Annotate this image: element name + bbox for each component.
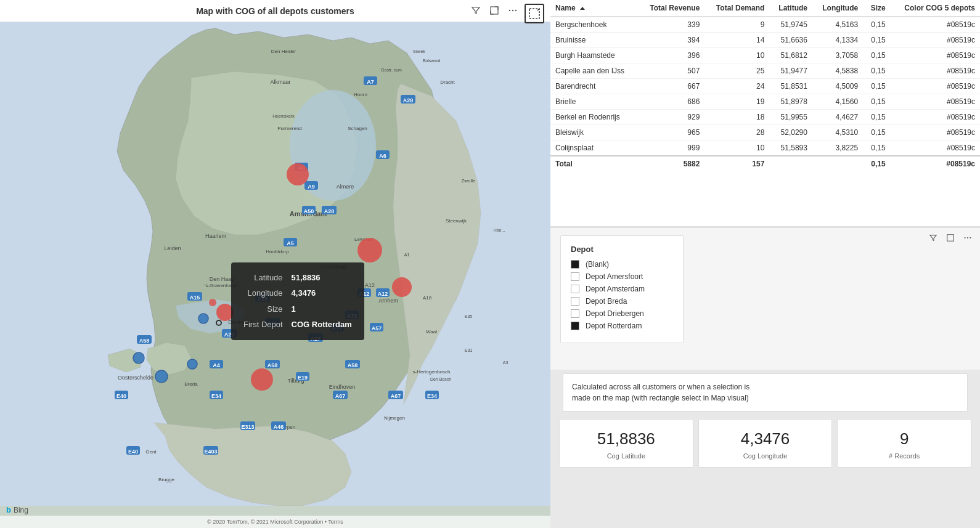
legend-item-label: Depot Breda [586, 297, 627, 306]
cell-name: Bleiswijk [550, 125, 638, 140]
svg-point-119 [133, 352, 144, 364]
col-header-lat[interactable]: Latitude [769, 0, 812, 17]
cell-revenue: 929 [638, 110, 704, 125]
svg-text:Gastr..cum: Gastr..cum [381, 68, 402, 72]
col-header-revenue[interactable]: Total Revenue [638, 0, 704, 17]
table-panel: Name Total Revenue Total Demand Latitude… [550, 0, 980, 228]
cell-revenue: 507 [638, 63, 704, 79]
col-header-color[interactable]: Color COG 5 depots [891, 0, 980, 17]
kpi-lat-value: 51,8836 [566, 429, 687, 449]
col-header-lon[interactable]: Longitude [812, 0, 863, 17]
svg-text:A1: A1 [404, 253, 410, 257]
table-row[interactable]: Capelle aan den IJss 507 25 51,9477 4,58… [550, 63, 980, 79]
legend-item[interactable]: Depot Driebergen [571, 309, 673, 318]
cell-lat: 51,6636 [769, 33, 812, 48]
tooltip-lat-value: 51,8836 [289, 270, 354, 285]
cell-demand: 25 [704, 63, 769, 79]
legend-title: Depot [571, 245, 673, 254]
svg-text:Breda: Breda [184, 381, 198, 387]
legend-item[interactable]: Depot Amersfoort [571, 272, 673, 281]
cell-color: #08519c [891, 140, 980, 156]
legend-more-button[interactable] [962, 232, 974, 244]
svg-text:Nijmegen: Nijmegen [384, 415, 405, 421]
svg-text:Leiden: Leiden [164, 245, 181, 251]
map-container[interactable]: Amsterdam Den Haag 's-Gravenhage Dordrec… [0, 22, 550, 516]
kpi-cog-lon: 4,3476 Cog Longitude [698, 419, 833, 468]
legend-toolbar [927, 232, 974, 244]
cell-revenue: 999 [638, 140, 704, 156]
svg-text:E34: E34 [211, 393, 221, 399]
cursor [216, 320, 222, 326]
more-options-button[interactable] [506, 4, 520, 17]
col-header-size[interactable]: Size [863, 0, 890, 17]
svg-text:A58: A58 [267, 362, 278, 368]
cell-lon: 4,1334 [812, 33, 863, 48]
svg-text:A15: A15 [190, 294, 200, 301]
cell-color: #08519c [891, 17, 980, 33]
col-header-name[interactable]: Name [550, 0, 638, 17]
svg-text:A7: A7 [367, 79, 374, 85]
svg-text:Haarlem: Haarlem [205, 233, 226, 239]
svg-text:E19: E19 [298, 375, 308, 381]
map-copyright: © 2020 TomTom, © 2021 Microsoft Corporat… [207, 519, 343, 525]
svg-text:A12: A12 [365, 282, 375, 288]
svg-text:Alkmaar: Alkmaar [270, 79, 290, 85]
kpi-records: 9 # Records [837, 419, 971, 468]
svg-point-2 [512, 10, 513, 11]
table-row[interactable]: Barendrecht 667 24 51,8531 4,5009 0,15 #… [550, 79, 980, 94]
table-row[interactable]: Burgh Haamstede 396 10 51,6812 3,7058 0,… [550, 48, 980, 63]
right-panel: Name Total Revenue Total Demand Latitude… [550, 0, 980, 528]
svg-point-113 [357, 238, 382, 262]
svg-text:Steenwijk: Steenwijk [446, 218, 467, 224]
svg-text:A58: A58 [348, 362, 358, 368]
total-revenue: 5882 [638, 156, 704, 171]
expand-button[interactable] [488, 4, 501, 17]
table-row[interactable]: Berkel en Rodenrijs 929 18 51,9955 4,462… [550, 110, 980, 125]
legend-item-label: Depot Amersfoort [586, 272, 643, 281]
cell-demand: 24 [704, 79, 769, 94]
bing-logo: b Bing [6, 505, 28, 514]
cell-demand: 28 [704, 125, 769, 140]
table-row[interactable]: Bleiswijk 965 28 52,0290 4,5310 0,15 #08… [550, 125, 980, 140]
kpi-row: 51,8836 Cog Latitude 4,3476 Cog Longitud… [557, 419, 974, 468]
filter-button[interactable] [469, 4, 483, 17]
cell-name: Bergschenhoek [550, 17, 638, 33]
table-row[interactable]: Brielle 686 19 51,8978 4,1560 0,15 #0851… [550, 94, 980, 110]
legend-filter-button[interactable] [927, 232, 939, 244]
svg-text:Bolsward: Bolsward [423, 59, 441, 63]
map-title: Map with COG of all depots customers [196, 6, 354, 16]
legend-item[interactable]: Depot Rotterdam [571, 322, 673, 330]
map-footer: © 2020 TomTom, © 2021 Microsoft Corporat… [0, 516, 550, 528]
table-row[interactable]: Colijnsplaat 999 10 51,5893 3,8225 0,15 … [550, 140, 980, 156]
cell-revenue: 394 [638, 33, 704, 48]
legend-item-label: Depot Rotterdam [586, 322, 642, 330]
table-row[interactable]: Bergschenhoek 339 9 51,9745 4,5163 0,15 … [550, 17, 980, 33]
tooltip-lon-label: Longitude [241, 285, 289, 301]
legend-item[interactable]: (Blank) [571, 260, 673, 269]
kpi-records-label: # Records [844, 452, 965, 460]
legend-expand-button[interactable] [944, 232, 957, 244]
tooltip-size-value: 1 [289, 301, 354, 317]
table-row[interactable]: Bruinisse 394 14 51,6636 4,1334 0,15 #08… [550, 33, 980, 48]
svg-point-118 [198, 314, 208, 323]
rectangle-select-button[interactable] [525, 4, 544, 23]
svg-point-120 [187, 359, 197, 369]
cell-name: Brielle [550, 94, 638, 110]
legend-item[interactable]: Depot Breda [571, 297, 673, 306]
svg-text:A5: A5 [287, 240, 294, 246]
svg-text:Hoofddorp: Hoofddorp [266, 249, 289, 254]
legend-box: Depot (Blank) Depot Amersfoort Depot Ams… [560, 235, 684, 343]
table-scroll[interactable]: Name Total Revenue Total Demand Latitude… [550, 0, 980, 226]
col-header-demand[interactable]: Total Demand [704, 0, 769, 17]
legend-swatch [571, 260, 579, 269]
bing-icon: b [6, 505, 11, 514]
cell-lat: 51,5893 [769, 140, 812, 156]
legend-item-label: Depot Driebergen [586, 309, 644, 318]
svg-point-1 [509, 10, 510, 11]
cell-demand: 19 [704, 94, 769, 110]
bing-text: Bing [14, 506, 28, 514]
cell-revenue: 396 [638, 48, 704, 63]
svg-text:Arnhem: Arnhem [378, 298, 398, 304]
legend-item[interactable]: Depot Amsterdam [571, 285, 673, 293]
cell-demand: 10 [704, 48, 769, 63]
